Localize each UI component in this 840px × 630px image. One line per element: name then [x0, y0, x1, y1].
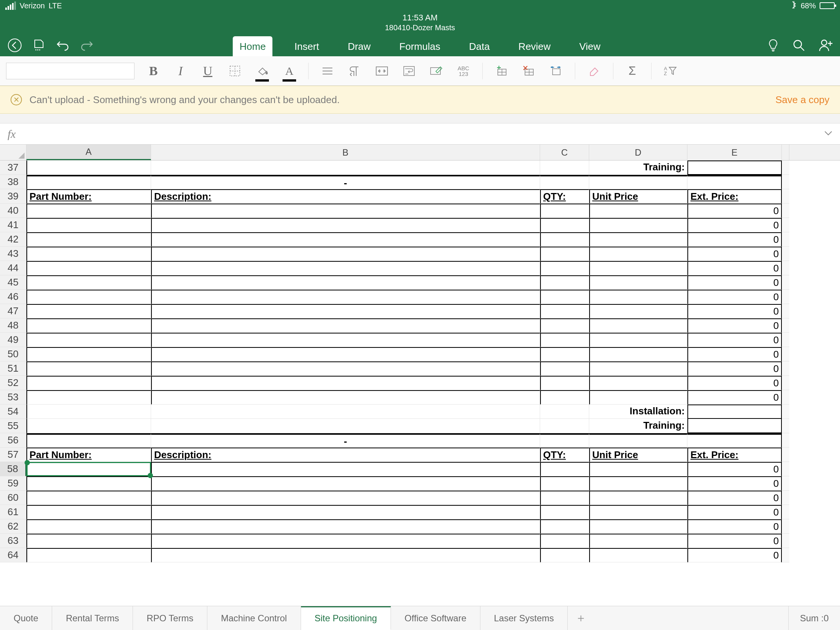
- cell[interactable]: QTY:: [540, 448, 589, 462]
- row-51[interactable]: 510: [0, 362, 840, 376]
- col-header-e[interactable]: E: [687, 145, 782, 160]
- row-40[interactable]: 400: [0, 204, 840, 218]
- cell[interactable]: [589, 246, 687, 261]
- format-cells-button[interactable]: [548, 63, 564, 79]
- cell[interactable]: [151, 376, 540, 390]
- row-46[interactable]: 460: [0, 290, 840, 304]
- row-63[interactable]: 630: [0, 534, 840, 548]
- cell[interactable]: 0: [687, 534, 782, 548]
- cell[interactable]: 0: [687, 246, 782, 261]
- cell[interactable]: [589, 275, 687, 290]
- number-format-button[interactable]: ABC123: [455, 63, 472, 79]
- sheet-tab-office-software[interactable]: Office Software: [391, 606, 480, 630]
- cell[interactable]: [27, 304, 151, 318]
- cell[interactable]: [27, 476, 151, 491]
- undo-icon[interactable]: [56, 39, 69, 51]
- clear-button[interactable]: [586, 63, 602, 79]
- row-header[interactable]: 42: [0, 232, 27, 246]
- cell[interactable]: Ext. Price:: [687, 189, 782, 204]
- cell[interactable]: [540, 261, 589, 275]
- row-42[interactable]: 420: [0, 232, 840, 246]
- cell[interactable]: [540, 318, 589, 333]
- row-header[interactable]: 52: [0, 376, 27, 390]
- cell[interactable]: 0: [687, 462, 782, 476]
- row-header[interactable]: 64: [0, 548, 27, 562]
- cell[interactable]: Unit Price: [589, 448, 687, 462]
- row-header[interactable]: 47: [0, 304, 27, 318]
- cell[interactable]: 0: [687, 491, 782, 505]
- cell[interactable]: [589, 390, 687, 404]
- cell[interactable]: [540, 218, 589, 232]
- cell[interactable]: 0: [687, 347, 782, 362]
- cell[interactable]: [27, 519, 151, 534]
- cell[interactable]: [27, 246, 151, 261]
- cell[interactable]: [151, 304, 540, 318]
- sheet-tab-rental-terms[interactable]: Rental Terms: [52, 606, 133, 630]
- cell[interactable]: [589, 362, 687, 376]
- row-52[interactable]: 520: [0, 376, 840, 390]
- cell[interactable]: [589, 519, 687, 534]
- formula-expand-icon[interactable]: [824, 131, 832, 137]
- cell[interactable]: [151, 491, 540, 505]
- row-39[interactable]: 39Part Number:Description:QTY:Unit Price…: [0, 189, 840, 204]
- cell[interactable]: [687, 175, 782, 189]
- row-43[interactable]: 430: [0, 246, 840, 261]
- cell[interactable]: [540, 390, 589, 404]
- share-person-icon[interactable]: [819, 39, 832, 52]
- delete-cells-button[interactable]: [521, 63, 537, 79]
- name-box[interactable]: [6, 63, 134, 79]
- row-header[interactable]: 49: [0, 333, 27, 347]
- formula-input[interactable]: [24, 123, 824, 144]
- fill-color-button[interactable]: [254, 63, 270, 79]
- cell[interactable]: [687, 419, 782, 433]
- cell[interactable]: Ext. Price:: [687, 448, 782, 462]
- row-header[interactable]: 38: [0, 175, 27, 189]
- cell[interactable]: [151, 404, 540, 419]
- cell[interactable]: [589, 347, 687, 362]
- cell[interactable]: [27, 505, 151, 519]
- cell[interactable]: [27, 433, 151, 448]
- col-header-c[interactable]: C: [540, 145, 589, 160]
- tab-insert[interactable]: Insert: [288, 36, 326, 56]
- cell[interactable]: [151, 275, 540, 290]
- cell[interactable]: [27, 218, 151, 232]
- row-55[interactable]: 55Training:: [0, 419, 840, 433]
- cell[interactable]: [540, 246, 589, 261]
- cell[interactable]: [27, 548, 151, 562]
- wrap-button[interactable]: [401, 63, 417, 79]
- row-header[interactable]: 63: [0, 534, 27, 548]
- italic-button[interactable]: I: [172, 63, 189, 79]
- cell[interactable]: [151, 232, 540, 246]
- cell[interactable]: [589, 261, 687, 275]
- cell[interactable]: Installation:: [589, 404, 687, 419]
- cell[interactable]: [151, 290, 540, 304]
- tab-home[interactable]: Home: [233, 36, 272, 56]
- cell[interactable]: [151, 318, 540, 333]
- spreadsheet-grid[interactable]: A B C D E 37Training:38-39Part Number:De…: [0, 145, 840, 562]
- row-header[interactable]: 44: [0, 261, 27, 275]
- col-header-a[interactable]: A: [27, 145, 151, 160]
- cell[interactable]: [151, 362, 540, 376]
- row-header[interactable]: 45: [0, 275, 27, 290]
- cell[interactable]: Part Number:: [27, 448, 151, 462]
- cell[interactable]: [27, 390, 151, 404]
- cell[interactable]: [27, 318, 151, 333]
- cell[interactable]: Training:: [589, 161, 687, 175]
- cell[interactable]: Description:: [151, 448, 540, 462]
- row-47[interactable]: 470: [0, 304, 840, 318]
- cell[interactable]: [540, 548, 589, 562]
- paragraph-button[interactable]: [346, 63, 363, 79]
- row-61[interactable]: 610: [0, 505, 840, 519]
- cell[interactable]: [27, 290, 151, 304]
- sheet-tab-rpo-terms[interactable]: RPO Terms: [133, 606, 207, 630]
- cell[interactable]: [540, 290, 589, 304]
- cell[interactable]: [540, 476, 589, 491]
- cell[interactable]: [27, 419, 151, 433]
- row-48[interactable]: 480: [0, 318, 840, 333]
- row-37[interactable]: 37Training:: [0, 161, 840, 175]
- cell[interactable]: [151, 505, 540, 519]
- cell[interactable]: [151, 419, 540, 433]
- borders-button[interactable]: [227, 63, 243, 79]
- cell[interactable]: [589, 218, 687, 232]
- row-62[interactable]: 620: [0, 519, 840, 534]
